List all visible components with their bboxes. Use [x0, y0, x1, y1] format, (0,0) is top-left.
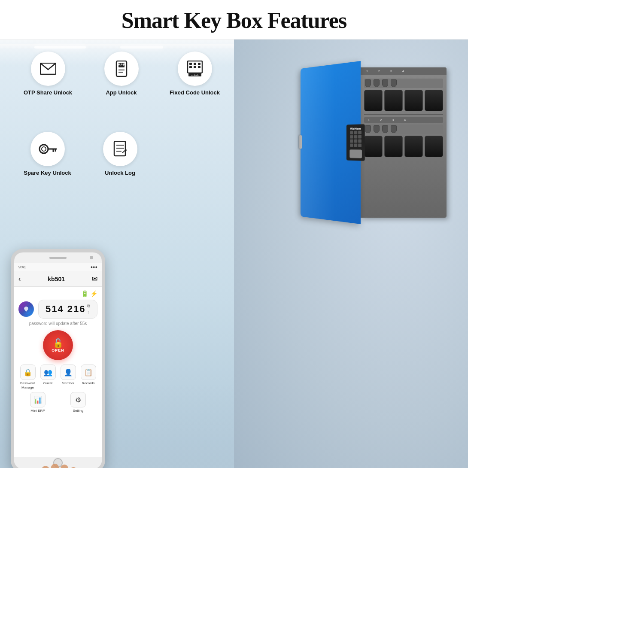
phone-speaker [49, 257, 67, 259]
open-button[interactable]: 🔓 OPEN [43, 330, 73, 360]
phone-status-bar: 9:41 ●●● [14, 263, 102, 271]
svg-rect-7 [189, 63, 192, 65]
key-fob-7 [404, 136, 423, 157]
phone-menu-grid: 🔒 PasswordManage 👥 Guest 👤 [18, 365, 97, 389]
nav-mail-icon: ✉ [92, 275, 97, 283]
key-hooks-row-2 [364, 125, 443, 134]
menu-item-guest[interactable]: 👥 Guest [39, 365, 57, 389]
unlock-log-circle [103, 132, 137, 166]
copy-icon[interactable]: ⧉ [87, 304, 90, 309]
open-button-label: OPEN [52, 348, 64, 352]
bluetooth-indicator: ⚡ [90, 290, 97, 297]
lock-key-7 [350, 140, 353, 143]
menu-item-records[interactable]: 📋 Records [79, 365, 97, 389]
svg-rect-8 [194, 63, 196, 65]
lock-key-2 [354, 131, 357, 134]
keypad-icon: unlock [187, 61, 203, 77]
label-1: 1 [364, 69, 370, 73]
otp-code-container: 514 216 ⧉ ↑ [38, 300, 97, 319]
guest-icon: 👥 [40, 365, 56, 380]
key-fob-8 [425, 136, 443, 157]
setting-icon: ⚙ [70, 392, 86, 407]
key-number-labels: 1 2 3 4 [361, 67, 447, 75]
log-icon [113, 141, 128, 157]
unlock-log-label: Unlock Log [105, 170, 135, 177]
home-button[interactable] [53, 458, 63, 468]
label-7: 3 [390, 118, 396, 122]
records-label: Records [82, 381, 95, 386]
lock-key-5 [354, 135, 357, 139]
setting-label: Setting [73, 409, 84, 413]
avatar-icon [21, 304, 31, 314]
main-container: Smart Key Box Features [0, 0, 468, 468]
spare-key-label: Spare Key Unlock [24, 170, 71, 177]
hook-4 [391, 79, 397, 87]
phone-top-bar [14, 252, 102, 263]
page-title: Smart Key Box Features [0, 8, 468, 33]
key-fob-1 [364, 90, 383, 111]
key-fob-6 [384, 136, 403, 157]
status-time: 9:41 [18, 265, 26, 269]
phone-nav-bar: ‹ kb501 ✉ [14, 271, 102, 287]
svg-text:APP: APP [118, 63, 125, 67]
key-box-container: WeHere [292, 61, 455, 224]
fixed-code-circle: unlock [178, 52, 212, 86]
copy-share-icons: ⧉ ↑ [87, 304, 90, 315]
key-hooks-row-1 [364, 79, 443, 88]
lock-panel: WeHere [346, 124, 365, 161]
envelope-icon [40, 63, 56, 75]
label-6: 2 [378, 118, 384, 122]
member-icon: 👤 [61, 365, 76, 380]
mini-erp-label: Mini ERP [30, 409, 45, 413]
feature-app-unlock: APP App Unlock [86, 52, 156, 97]
menu-item-mini-erp[interactable]: 📊 Mini ERP [18, 392, 57, 413]
menu-item-password[interactable]: 🔒 PasswordManage [18, 365, 37, 389]
key-fob-2 [384, 90, 403, 111]
label-3: 3 [388, 69, 394, 73]
otp-code-display: 514 216 [46, 304, 86, 315]
update-countdown: password will update after 55s [29, 321, 87, 326]
menu-item-member[interactable]: 👤 Member [59, 365, 77, 389]
lock-key-9 [358, 139, 361, 143]
hook-1 [365, 79, 371, 87]
hook-5 [365, 125, 371, 133]
menu-item-setting[interactable]: ⚙ Setting [59, 392, 97, 413]
hook-8 [391, 125, 397, 133]
key-number-labels-2: 1 2 3 4 [364, 117, 443, 123]
battery-indicator: 🔋 [81, 290, 88, 297]
feature-spare-key: Spare Key Unlock [13, 132, 82, 177]
lock-key-0 [354, 143, 357, 147]
nav-back[interactable]: ‹ [18, 275, 21, 283]
label-8: 4 [402, 118, 408, 122]
feature-unlock-log: Unlock Log [85, 132, 155, 177]
battery-bt-row: 🔋 ⚡ [81, 290, 97, 297]
phone-device: 9:41 ●●● ‹ kb501 ✉ [11, 249, 105, 468]
features-top-row: OTP Share Unlock APP App Unlock [13, 52, 230, 97]
svg-point-16 [42, 147, 46, 151]
phone-bottom-bar [14, 457, 102, 468]
app-unlock-label: App Unlock [106, 89, 137, 97]
lock-handle [349, 149, 362, 158]
share-icon[interactable]: ↑ [87, 310, 90, 315]
fixed-code-label: Fixed Code Unlock [170, 89, 220, 97]
feature-fixed-code: unlock Fixed Code Unlock [160, 52, 230, 97]
hand-svg-area: 9:41 ●●● ‹ kb501 ✉ [11, 249, 109, 468]
lock-key-8 [354, 140, 357, 143]
app-icon: APP [115, 61, 128, 77]
key-fobs-row-1 [364, 90, 443, 111]
phone-menu-row2: 📊 Mini ERP ⚙ Setting [18, 392, 97, 413]
nav-title: kb501 [48, 276, 65, 283]
svg-rect-12 [198, 66, 200, 68]
label-5: 1 [366, 118, 372, 122]
phone-mockup-area: 9:41 ●●● ‹ kb501 ✉ [11, 249, 109, 468]
otp-share-circle [31, 52, 65, 86]
hook-7 [382, 125, 388, 133]
right-panel: WeHere [234, 39, 468, 468]
key-divider-1 [364, 114, 443, 115]
door-lock: WeHere [346, 124, 365, 161]
svg-point-15 [39, 145, 48, 153]
svg-rect-10 [189, 66, 192, 68]
mini-erp-icon: 📊 [30, 392, 46, 407]
otp-share-label: OTP Share Unlock [24, 89, 72, 97]
features-bottom-row: Spare Key Unlock [13, 132, 155, 177]
